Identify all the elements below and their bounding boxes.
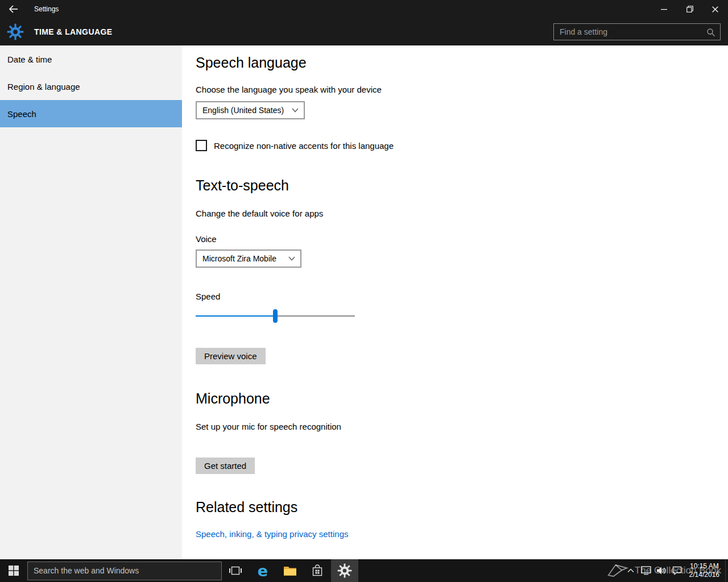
store-bag-icon	[312, 564, 323, 577]
speed-slider-fill	[196, 315, 275, 317]
chevron-up-icon	[627, 568, 634, 573]
sidebar-item-region-language[interactable]: Region & language	[0, 73, 182, 100]
restore-button[interactable]	[677, 0, 702, 18]
minimize-icon	[661, 6, 667, 13]
find-setting-input[interactable]	[554, 24, 720, 40]
text-to-speech-description: Change the default voice for apps	[196, 209, 705, 218]
app-header: TIME & LANGUAGE	[0, 18, 728, 45]
minimize-button[interactable]	[651, 0, 677, 18]
sidebar-item-speech[interactable]: Speech	[0, 100, 182, 127]
settings-app-button[interactable]	[331, 559, 358, 582]
titlebar: Settings	[0, 0, 728, 18]
taskbar-search-input[interactable]	[28, 562, 221, 580]
main-content: Speech language Choose the language you …	[182, 45, 728, 559]
search-icon	[706, 28, 715, 37]
speed-slider[interactable]	[196, 309, 355, 323]
accent-checkbox-row: Recognize non-native accents for this la…	[196, 140, 705, 151]
volume-icon	[656, 566, 667, 575]
taskbar-clock[interactable]: 10:15 AM 2/14/2016	[685, 562, 725, 579]
windows-logo-icon	[8, 565, 19, 576]
back-arrow-icon	[9, 5, 19, 14]
chevron-down-icon	[292, 108, 299, 113]
app-body: Date & time Region & language Speech Spe…	[0, 45, 728, 559]
task-view-icon	[229, 566, 242, 576]
voice-dropdown-value: Microsoft Zira Mobile	[202, 254, 276, 263]
taskbar-searchbox[interactable]	[27, 562, 222, 580]
voice-label: Voice	[196, 234, 705, 244]
sidebar-item-date-time[interactable]: Date & time	[0, 45, 182, 73]
sidebar: Date & time Region & language Speech	[0, 45, 182, 559]
accent-checkbox-label[interactable]: Recognize non-native accents for this la…	[214, 141, 394, 151]
close-button[interactable]	[702, 0, 728, 18]
edge-icon: e	[258, 563, 268, 579]
settings-gear-icon	[337, 563, 352, 578]
volume-tray-button[interactable]	[654, 559, 669, 582]
accent-checkbox[interactable]	[196, 140, 207, 151]
action-center-icon	[672, 566, 682, 575]
find-setting-searchbox[interactable]	[553, 23, 721, 40]
tray-expand-button[interactable]	[623, 559, 639, 582]
text-to-speech-heading: Text-to-speech	[196, 177, 705, 194]
preview-voice-button[interactable]: Preview voice	[196, 348, 266, 364]
language-dropdown[interactable]: English (United States)	[196, 101, 305, 119]
voice-dropdown[interactable]: Microsoft Zira Mobile	[196, 250, 301, 268]
speech-language-heading: Speech language	[196, 55, 705, 71]
caption-buttons	[651, 0, 728, 18]
action-center-button[interactable]	[669, 559, 685, 582]
edge-button[interactable]: e	[249, 559, 276, 582]
back-button[interactable]	[0, 0, 27, 18]
microphone-heading: Microphone	[196, 390, 705, 407]
store-button[interactable]	[304, 559, 331, 582]
task-view-button[interactable]	[222, 559, 249, 582]
related-settings-heading: Related settings	[196, 499, 705, 516]
language-dropdown-value: English (United States)	[202, 106, 284, 115]
network-tray-button[interactable]	[639, 559, 654, 582]
speech-language-description: Choose the language you speak with your …	[196, 85, 705, 94]
network-icon	[641, 566, 651, 575]
settings-window: Settings	[0, 0, 728, 582]
start-button[interactable]	[0, 559, 27, 582]
taskbar: e	[0, 559, 728, 582]
close-icon	[712, 6, 718, 13]
get-started-button[interactable]: Get started	[196, 458, 255, 474]
chevron-down-icon	[288, 256, 295, 261]
page-title: TIME & LANGUAGE	[34, 27, 112, 36]
clock-time: 10:15 AM	[690, 562, 719, 571]
microphone-description: Set up your mic for speech recognition	[196, 422, 705, 431]
file-explorer-button[interactable]	[276, 559, 304, 582]
restore-icon	[686, 6, 693, 13]
window-title: Settings	[34, 5, 59, 13]
settings-gear-icon	[7, 23, 24, 40]
speed-slider-thumb[interactable]	[273, 309, 278, 323]
speed-label: Speed	[196, 292, 705, 301]
show-desktop-button[interactable]	[725, 559, 728, 582]
privacy-settings-link[interactable]: Speech, inking, & typing privacy setting…	[196, 529, 348, 539]
clock-date: 2/14/2016	[689, 571, 719, 579]
folder-icon	[283, 565, 297, 576]
system-tray: 10:15 AM 2/14/2016	[623, 559, 728, 582]
